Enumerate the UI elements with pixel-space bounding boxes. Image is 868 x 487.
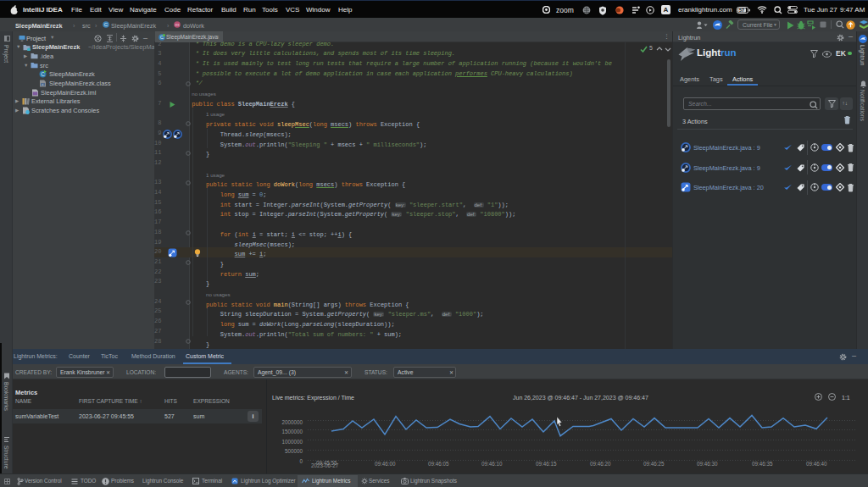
- svg-text:c: c: [42, 82, 44, 86]
- svg-text:m: m: [175, 22, 180, 27]
- svg-text:57: 57: [739, 8, 744, 13]
- svg-text:C: C: [104, 22, 108, 27]
